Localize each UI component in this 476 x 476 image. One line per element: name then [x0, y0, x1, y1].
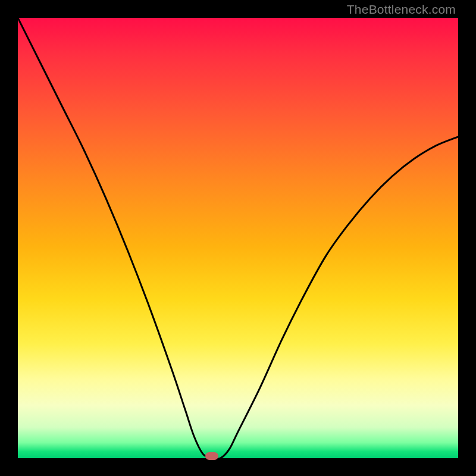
chart-frame: TheBottleneck.com	[0, 0, 476, 476]
watermark-text: TheBottleneck.com	[347, 2, 456, 17]
optimal-marker	[205, 452, 218, 460]
bottleneck-curve	[18, 18, 458, 458]
plot-area	[18, 18, 458, 458]
